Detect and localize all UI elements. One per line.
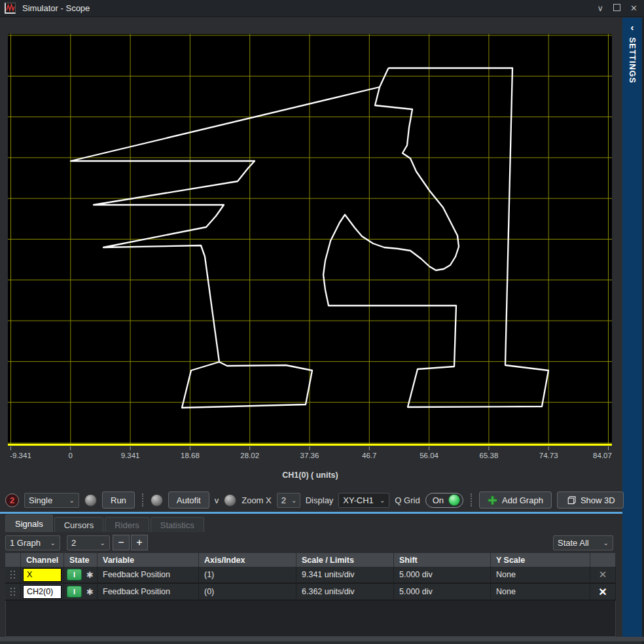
panel-splitter[interactable] xyxy=(0,512,622,514)
x-tick-label: 0 xyxy=(69,452,73,459)
trigger-mode-select[interactable]: Single⌄ xyxy=(24,493,79,508)
qgrid-label: Q Grid xyxy=(395,495,420,505)
zoom-x-label: Zoom X xyxy=(241,495,272,505)
close-icon[interactable]: ✕ xyxy=(598,586,607,598)
state-cell: I ✱ xyxy=(64,567,98,584)
variable-cell[interactable]: Feedback Position xyxy=(98,567,199,584)
close-icon[interactable]: ✕ xyxy=(599,569,607,581)
channel-name-chip[interactable]: X xyxy=(23,568,62,582)
scale-limits-cell[interactable]: 9.341 units/div xyxy=(296,567,394,584)
add-signal-button[interactable]: + xyxy=(131,535,148,550)
graph-select[interactable]: 1 Graph⌄ xyxy=(5,535,60,550)
state-enabled-button[interactable]: I xyxy=(67,569,82,581)
qgrid-toggle[interactable]: On xyxy=(425,493,463,508)
signals-table: Channel State Variable Axis/Index Scale … xyxy=(5,553,616,601)
tab-signals[interactable]: Signals xyxy=(5,514,53,532)
autofit-dropdown[interactable]: v xyxy=(215,495,219,505)
qgrid-on-led xyxy=(448,494,460,506)
state-all-select[interactable]: State All⌄ xyxy=(553,535,613,550)
shift-cell[interactable]: 5.000 div xyxy=(394,567,491,584)
remove-signal-button[interactable]: − xyxy=(113,535,130,550)
header-y-scale: Y Scale xyxy=(491,553,590,567)
row-drag-handle[interactable] xyxy=(5,584,21,601)
channel-name-chip[interactable]: CH2(0) xyxy=(23,585,62,599)
table-row: CH2(0) I ✱ Feedback Position (0) 6.362 u… xyxy=(5,584,616,601)
chevron-down-icon: ⌄ xyxy=(50,539,56,546)
lower-tabstrip: Signals Cursors Riders Statistics xyxy=(5,514,620,532)
trigger-count-badge: 2 xyxy=(5,493,19,507)
x-tick-label: 18.68 xyxy=(181,452,200,459)
chevron-down-icon: ⌄ xyxy=(100,539,105,546)
variable-cell[interactable]: Feedback Position xyxy=(98,584,199,601)
header-state: State xyxy=(64,553,98,567)
toolbar-separator xyxy=(471,493,472,507)
x-tick-label: 37.36 xyxy=(300,452,319,459)
display-mode-select[interactable]: XY-CH1⌄ xyxy=(338,493,389,508)
window-title: Simulator - Scope xyxy=(22,3,90,13)
zoom-x-select[interactable]: 2⌄ xyxy=(277,493,300,508)
y-scale-cell[interactable]: None xyxy=(491,567,590,584)
axis-index-cell[interactable]: (1) xyxy=(199,567,296,584)
toolbar-separator xyxy=(142,493,143,507)
x-tick-label: 46.7 xyxy=(362,452,376,459)
display-label: Display xyxy=(306,495,334,505)
scope-plot-panel[interactable]: -9.34109.34118.6828.0237.3646.756.0465.3… xyxy=(5,18,622,488)
y-scale-cell[interactable]: None xyxy=(491,584,590,601)
asterisk-icon[interactable]: ✱ xyxy=(86,587,94,597)
title-bar: Simulator - Scope ∨ ✕ xyxy=(0,0,644,17)
scale-limits-cell[interactable]: 6.362 units/div xyxy=(296,584,394,601)
add-graph-button[interactable]: Add Graph xyxy=(479,492,552,509)
chevron-down-icon: ⌄ xyxy=(603,539,609,546)
autofit-button[interactable]: Autofit xyxy=(168,492,209,509)
tab-cursors[interactable]: Cursors xyxy=(54,517,104,532)
header-shift: Shift xyxy=(394,553,491,567)
grip-icon xyxy=(10,571,16,579)
grip-icon xyxy=(10,588,16,596)
settings-collapse-icon[interactable]: ‹ xyxy=(622,22,642,33)
header-grip-column xyxy=(5,553,21,567)
x-tick-label: 56.04 xyxy=(420,452,438,459)
header-channel: Channel xyxy=(21,553,64,567)
x-tick-label: 74.73 xyxy=(539,452,558,459)
table-row: X I ✱ Feedback Position (1) 9.341 units/… xyxy=(5,567,616,584)
scope-toolbar: 2 Single⌄ Run Autofit v Zoom X 2⌄ Displa… xyxy=(5,489,620,511)
tab-riders: Riders xyxy=(105,517,149,532)
app-icon xyxy=(5,3,16,14)
asterisk-icon[interactable]: ✱ xyxy=(86,570,94,580)
chevron-down-icon: ⌄ xyxy=(69,497,75,504)
x-tick-label: 84.07 xyxy=(593,452,612,459)
window-bottom-bar xyxy=(0,637,644,641)
header-close-column xyxy=(590,553,616,567)
window-collapse-icon[interactable]: ∨ xyxy=(598,4,604,12)
chevron-down-icon: ⌄ xyxy=(291,497,296,504)
state-cell: I ✱ xyxy=(64,584,98,601)
signals-toolbar: 1 Graph⌄ 2⌄ − + State All⌄ xyxy=(5,533,616,552)
run-status-led xyxy=(84,494,97,507)
plus-icon xyxy=(488,495,497,505)
axis-index-cell[interactable]: (0) xyxy=(199,584,296,601)
table-empty-area xyxy=(5,601,616,637)
show-3d-button[interactable]: Show 3D xyxy=(557,492,624,509)
x-tick-label: 65.38 xyxy=(480,452,499,459)
zoom-status-led xyxy=(224,494,236,507)
signal-count-select[interactable]: 2⌄ xyxy=(67,535,110,550)
tab-statistics: Statistics xyxy=(151,517,204,532)
row-close-cell[interactable]: ✕ xyxy=(590,567,616,584)
state-enabled-button[interactable]: I xyxy=(67,586,82,598)
shift-cell[interactable]: 5.000 div xyxy=(394,584,491,601)
x-axis-title: CH1(0) ( units) xyxy=(282,471,338,480)
window-close-icon[interactable]: ✕ xyxy=(630,4,637,12)
x-tick-label: 28.02 xyxy=(240,452,259,459)
row-drag-handle[interactable] xyxy=(5,567,21,584)
channel-cell[interactable]: X xyxy=(21,567,64,584)
header-variable: Variable xyxy=(98,553,199,567)
settings-panel-tab[interactable]: ‹ SETTINGS xyxy=(622,18,642,637)
chevron-down-icon: ⌄ xyxy=(380,497,385,504)
run-button[interactable]: Run xyxy=(102,492,135,509)
window-maximize-icon[interactable] xyxy=(613,4,620,12)
table-header-row: Channel State Variable Axis/Index Scale … xyxy=(5,553,616,567)
x-tick-label: -9.341 xyxy=(10,452,31,459)
channel-cell[interactable]: CH2(0) xyxy=(21,584,64,601)
x-tick-label: 9.341 xyxy=(121,452,140,459)
row-close-cell[interactable]: ✕ xyxy=(590,584,616,601)
